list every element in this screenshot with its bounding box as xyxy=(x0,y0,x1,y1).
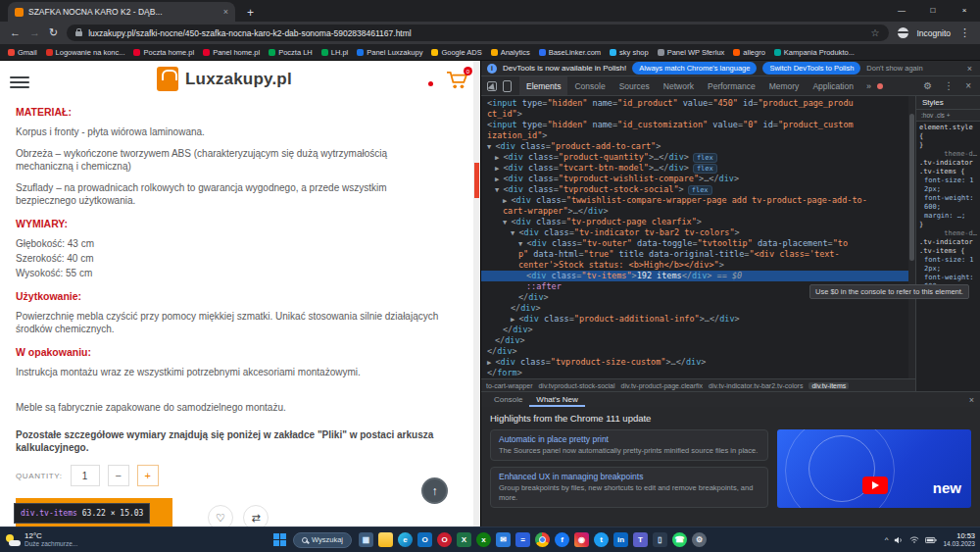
match-chrome-language-button[interactable]: Always match Chrome's language xyxy=(632,62,757,75)
facebook-icon[interactable]: f xyxy=(555,532,569,547)
settings-icon[interactable]: ⚙ xyxy=(692,532,707,547)
whats-new-card[interactable]: Automatic in place pretty print The Sour… xyxy=(490,429,768,461)
weather-widget[interactable]: 12°C Duże zachmurze... xyxy=(5,527,77,552)
css-line[interactable]: theme-d… xyxy=(919,229,977,238)
bookmark-item[interactable]: Panel home.pl xyxy=(203,48,260,57)
quantity-increase-button[interactable]: + xyxy=(137,465,159,486)
youtube-play-icon[interactable] xyxy=(862,477,888,494)
teams-icon[interactable]: T xyxy=(633,532,648,547)
bookmark-item[interactable]: LH.pl xyxy=(321,48,349,57)
browser-menu-icon[interactable]: ⋮ xyxy=(959,27,970,38)
page-scrollbar-thumb[interactable] xyxy=(474,163,479,198)
bookmark-item[interactable]: Poczta home.pl xyxy=(133,48,194,57)
window-minimize-button[interactable]: — xyxy=(886,0,917,20)
css-line[interactable]: theme-d… xyxy=(919,150,977,159)
breadcrumb-item[interactable]: div.tvproduct-stock-social xyxy=(538,382,614,389)
address-bar[interactable]: luxzakupy.pl/szafki-nocne/450-szafka-noc… xyxy=(67,25,888,41)
devtools-tab[interactable]: Network xyxy=(657,76,701,95)
new-tab-button[interactable]: + xyxy=(247,4,254,22)
css-line[interactable]: } xyxy=(919,221,977,229)
breadcrumb-item[interactable]: div.tv-indicator.tv-bar2.tv-colors xyxy=(709,382,803,389)
page-scrollbar[interactable] xyxy=(473,61,480,527)
breadcrumb-item[interactable]: to-cart-wrapper xyxy=(486,382,532,389)
forward-icon[interactable]: → xyxy=(29,27,40,38)
breadcrumb-item[interactable]: div.tv-product-page.clearfix xyxy=(621,382,704,389)
compare-button[interactable]: ⇄ xyxy=(243,505,269,527)
tab-close-icon[interactable]: × xyxy=(223,7,228,17)
bookmark-item[interactable]: Panel Luxzakupy xyxy=(357,48,422,57)
bookmark-item[interactable]: Logowanie na konc... xyxy=(46,48,125,57)
elements-scrollbar[interactable] xyxy=(908,96,915,378)
mail-icon[interactable]: ✉ xyxy=(496,532,511,547)
whats-new-promo[interactable]: new xyxy=(777,429,971,508)
devtools-tab[interactable]: Memory xyxy=(762,76,807,95)
styles-tab[interactable]: Styles xyxy=(916,96,980,110)
task-view-icon[interactable]: ▦ xyxy=(359,532,373,547)
excel-icon[interactable]: X xyxy=(457,532,471,547)
bookmark-item[interactable]: Poczta LH xyxy=(269,48,313,57)
site-logo[interactable]: Luxzakupy.pl xyxy=(157,67,292,91)
switch-devtools-to-polish-button[interactable]: Switch DevTools to Polish xyxy=(762,62,860,75)
devtools-tab[interactable]: Elements xyxy=(519,76,567,95)
bookmark-item[interactable]: Kampania Produkto... xyxy=(774,48,855,57)
edge-icon[interactable]: e xyxy=(398,532,413,547)
bookmark-star-icon[interactable]: ☆ xyxy=(871,27,880,38)
opera-icon[interactable]: O xyxy=(437,532,452,547)
css-line[interactable]: } xyxy=(919,141,977,150)
breadcrumb-item[interactable]: div.tv-items xyxy=(808,382,849,389)
calculator-icon[interactable]: = xyxy=(515,532,530,547)
file-explorer-icon[interactable] xyxy=(378,532,393,547)
css-line[interactable]: font-size: 12px; xyxy=(919,256,977,274)
instagram-icon[interactable]: ◉ xyxy=(574,532,589,547)
browser-tab[interactable]: SZAFKA NOCNA KARO K2 - DĄB... × xyxy=(8,2,235,22)
card-title[interactable]: Enhanced UX in managing breakpoints xyxy=(499,472,760,481)
whats-new-card[interactable]: Enhanced UX in managing breakpoints Grou… xyxy=(490,467,768,508)
dont-show-again-button[interactable]: Don't show again xyxy=(866,64,922,73)
twitter-icon[interactable]: t xyxy=(594,532,609,547)
bookmark-item[interactable]: Panel WP Sferlux xyxy=(658,48,725,57)
devtools-settings-icon[interactable]: ⚙ xyxy=(920,80,935,91)
window-maximize-button[interactable]: □ xyxy=(917,0,949,20)
console-drawer-tab[interactable]: Console xyxy=(487,392,529,407)
css-line[interactable]: font-size: 12px; xyxy=(919,176,977,194)
devtools-menu-icon[interactable]: ⋮ xyxy=(941,80,956,91)
tray-expand-icon[interactable]: ^ xyxy=(885,535,889,544)
bookmark-item[interactable]: allegro xyxy=(733,48,765,57)
devtools-tab[interactable]: Application xyxy=(806,76,860,95)
phone-link-icon[interactable]: ▯ xyxy=(653,532,667,547)
volume-icon[interactable] xyxy=(894,535,904,545)
inspect-element-icon[interactable] xyxy=(487,81,497,91)
css-line[interactable]: element.style { xyxy=(919,124,977,141)
drawer-close-icon[interactable]: × xyxy=(969,395,974,405)
devtools-tab[interactable]: Console xyxy=(567,76,612,95)
battery-icon[interactable] xyxy=(925,536,937,544)
device-toolbar-icon[interactable] xyxy=(503,80,512,92)
card-title[interactable]: Automatic in place pretty print xyxy=(499,434,760,444)
css-line[interactable]: .tv-indicator .tv-items { xyxy=(919,238,977,256)
css-line[interactable]: margin: …; xyxy=(919,212,977,221)
cart-icon[interactable]: 0 xyxy=(446,71,467,90)
infobar-close-icon[interactable]: × xyxy=(965,64,974,74)
devtools-close-icon[interactable]: × xyxy=(962,80,974,91)
elements-scrollbar-thumb[interactable] xyxy=(909,114,914,261)
bookmark-item[interactable]: Analytics xyxy=(491,48,530,57)
whatsapp-icon[interactable]: ☎ xyxy=(672,532,687,547)
styles-filter-bar[interactable]: :hov .cls + xyxy=(916,110,980,122)
start-button[interactable] xyxy=(273,533,286,546)
css-line[interactable]: .tv-indicator .tv-items { xyxy=(919,159,977,176)
back-icon[interactable]: ← xyxy=(10,27,21,38)
wishlist-button[interactable]: ♡ xyxy=(208,505,233,527)
taskbar-search[interactable]: Wyszukaj xyxy=(293,532,352,548)
outlook-icon[interactable]: O xyxy=(417,532,432,547)
chrome-icon[interactable] xyxy=(535,532,550,547)
bookmark-item[interactable]: BaseLinker.com xyxy=(539,48,601,57)
hamburger-menu-icon[interactable] xyxy=(10,74,29,91)
devtools-tab[interactable]: Sources xyxy=(612,76,657,95)
elements-tree[interactable]: <input type="hidden" name="id_product" v… xyxy=(481,96,915,378)
whats-new-drawer-tab[interactable]: What's New xyxy=(529,392,584,407)
network-icon[interactable] xyxy=(909,535,919,544)
quantity-decrease-button[interactable]: − xyxy=(108,465,129,486)
devtools-tab[interactable]: Performance xyxy=(701,76,762,95)
quantity-input[interactable] xyxy=(71,465,100,486)
linkedin-icon[interactable]: in xyxy=(613,532,628,547)
